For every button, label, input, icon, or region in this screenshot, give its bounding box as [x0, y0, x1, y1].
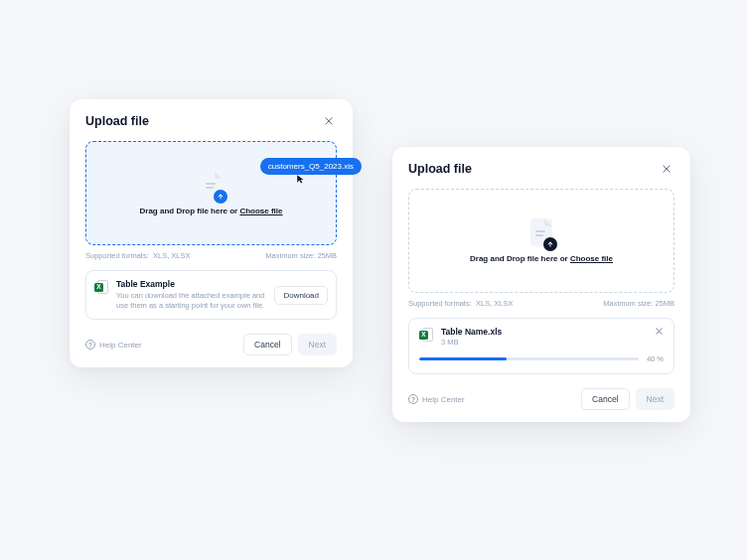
max-size: Maximum size: 25MB — [265, 251, 337, 260]
uploading-file-name: Table Name.xls — [441, 327, 647, 337]
supported-formats: Supported formats: XLS, XLSX — [408, 299, 514, 308]
progress-fill — [419, 357, 507, 360]
upload-modal-dragging: Upload file customers_Q5_2023.xls Drag a… — [70, 99, 353, 367]
file-placeholder-icon — [530, 218, 552, 246]
choose-file-link[interactable]: Choose file — [570, 254, 613, 263]
download-button[interactable]: Download — [274, 286, 328, 305]
dropzone-text: Drag and Drop file here or Choose file — [139, 207, 282, 215]
hints-row: Supported formats: XLS, XLSX Maximum siz… — [408, 299, 674, 308]
next-button[interactable]: Next — [636, 388, 674, 410]
cursor-icon — [296, 174, 306, 186]
dragged-file-badge: customers_Q5_2023.xls — [260, 158, 362, 175]
cancel-button[interactable]: Cancel — [581, 388, 629, 410]
help-label: Help Center — [422, 395, 465, 404]
choose-file-link[interactable]: Choose file — [239, 207, 282, 215]
upload-modal-progress: Upload file Drag and Drop file here or C… — [392, 147, 690, 422]
help-center-link[interactable]: ? Help Center — [408, 394, 465, 404]
example-title: Table Example — [116, 279, 266, 289]
modal-footer: ? Help Center Cancel Next — [408, 388, 674, 410]
max-size: Maximum size: 25MB — [603, 299, 674, 308]
file-placeholder-icon — [201, 171, 223, 199]
example-text: Table Example You can download the attac… — [116, 279, 266, 311]
excel-icon: X — [419, 328, 433, 342]
cancel-button[interactable]: Cancel — [243, 334, 291, 355]
dropzone-text-static: Drag and Drop file here or — [139, 207, 239, 215]
close-icon — [662, 164, 672, 174]
help-icon: ? — [85, 340, 95, 350]
modal-title: Upload file — [85, 114, 149, 128]
modal-footer: ? Help Center Cancel Next — [85, 334, 337, 355]
upload-arrow-icon — [214, 190, 227, 204]
dropzone-text-static: Drag and Drop file here or — [470, 254, 570, 263]
close-button[interactable] — [321, 113, 337, 129]
modal-header: Upload file — [85, 113, 337, 129]
progress-bar — [419, 357, 639, 360]
dropzone[interactable]: Drag and Drop file here or Choose file — [408, 189, 674, 293]
close-icon — [655, 327, 664, 336]
remove-file-button[interactable] — [655, 327, 664, 338]
modal-header: Upload file — [408, 161, 674, 177]
upload-arrow-icon — [543, 237, 557, 251]
hints-row: Supported formats: XLS, XLSX Maximum siz… — [85, 251, 337, 260]
dropzone-text: Drag and Drop file here or Choose file — [470, 254, 613, 263]
help-icon: ? — [408, 394, 418, 404]
help-center-link[interactable]: ? Help Center — [85, 340, 142, 350]
dropzone-active[interactable]: customers_Q5_2023.xls Drag and Drop file… — [85, 141, 337, 245]
help-label: Help Center — [99, 341, 142, 350]
example-desc: You can download the attached example an… — [116, 291, 266, 311]
modal-title: Upload file — [408, 162, 472, 176]
supported-formats: Supported formats: XLS, XLSX — [85, 251, 191, 260]
excel-icon: X — [94, 280, 108, 294]
progress-percent: 40 % — [647, 354, 664, 363]
close-button[interactable] — [659, 161, 674, 177]
example-box: X Table Example You can download the att… — [85, 270, 337, 320]
upload-progress-box: X Table Name.xls 3 MB 40 % — [408, 318, 674, 374]
uploading-file-size: 3 MB — [441, 338, 647, 347]
close-icon — [324, 116, 334, 126]
next-button[interactable]: Next — [298, 334, 337, 355]
